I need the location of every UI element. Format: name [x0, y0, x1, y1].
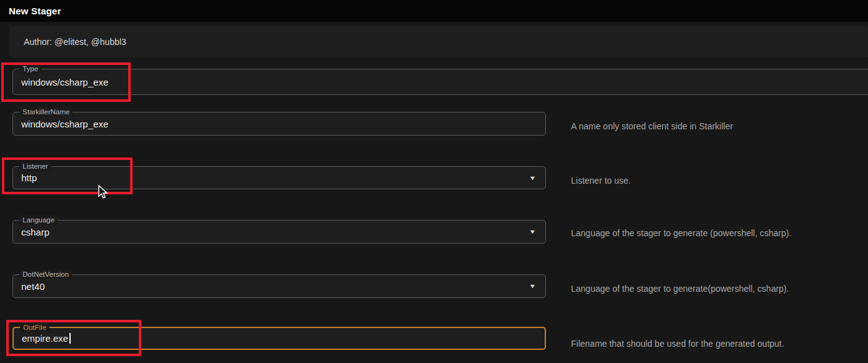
new-stager-page: { "window": { "title": "New Stager" }, "… [0, 0, 868, 363]
listener-select-value: http [21, 172, 37, 183]
dotnetversion-select-value: net40 [21, 281, 45, 292]
type-field-label: Type [19, 64, 41, 74]
text-cursor [69, 333, 71, 344]
listener-select[interactable]: Listener http ▼ [13, 166, 546, 189]
outfile-input-label: OutFile [20, 322, 49, 332]
listener-helper-text: Listener to use. [571, 175, 631, 187]
page-title: New Stager [9, 6, 61, 16]
outfile-input[interactable]: OutFile empire.exe [13, 327, 546, 350]
language-helper-text: Language of the stager to generate (powe… [571, 227, 792, 239]
dotnetversion-helper-text: Language of the stager to generate(power… [571, 283, 789, 295]
type-field[interactable]: Type windows/csharp_exe [13, 69, 868, 95]
listener-select-label: Listener [19, 161, 51, 171]
chevron-down-icon: ▼ [529, 175, 537, 181]
starkillername-field[interactable]: StarkillerName windows/csharp_exe [13, 112, 546, 136]
type-field-value: windows/csharp_exe [21, 77, 108, 87]
language-select-label: Language [19, 215, 58, 225]
chevron-down-icon: ▼ [529, 284, 537, 289]
outfile-input-value: empire.exe [22, 333, 68, 344]
dotnetversion-select[interactable]: DotNetVersion net40 ▼ [13, 274, 546, 298]
dotnetversion-select-label: DotNetVersion [19, 269, 72, 279]
starkillername-field-label: StarkillerName [19, 107, 73, 117]
chevron-down-icon: ▼ [529, 229, 537, 235]
author-panel: Author: @elitest, @hubbl3 [9, 26, 868, 57]
language-select-value: csharp [21, 227, 49, 237]
language-select[interactable]: Language csharp ▼ [13, 220, 546, 244]
header-bar: New Stager [0, 0, 868, 22]
starkillername-helper-text: A name only stored client side in Starki… [571, 121, 733, 132]
outfile-helper-text: Filename that should be used for the gen… [571, 338, 784, 350]
starkillername-field-value: windows/csharp_exe [21, 119, 108, 129]
author-text: Author: @elitest, @hubbl3 [24, 37, 126, 47]
